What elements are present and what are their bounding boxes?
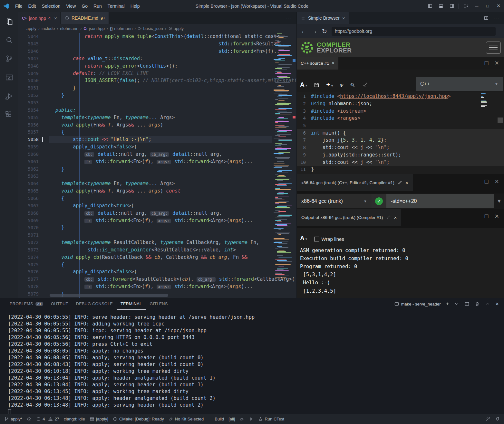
menu-file[interactable]: File	[12, 0, 25, 12]
tab-json.hpp[interactable]: C+json.hpp4×	[18, 12, 61, 24]
close-button[interactable]: ×	[493, 0, 504, 12]
activity-extensions[interactable]	[0, 105, 18, 124]
status-play[interactable]	[247, 414, 256, 424]
close-pane-icon[interactable]: ×	[495, 59, 499, 67]
godbolt-code-line[interactable]: 5	[297, 122, 504, 129]
breadcrumb-item-basic_json[interactable]: basic_json	[138, 26, 163, 31]
forward-icon[interactable]: →	[311, 28, 317, 35]
breadcrumb-item-nlohmann[interactable]: nlohmann	[60, 26, 78, 31]
status-bell[interactable]	[493, 414, 502, 424]
code-line[interactable]: 5055 template<typename Fn, typename... A…	[18, 114, 296, 121]
panel-tab-output[interactable]: OUTPUT	[47, 298, 72, 310]
menu-run[interactable]: Run	[91, 0, 105, 12]
maximize-pane-icon[interactable]: □	[485, 60, 488, 67]
breadcrumb-item-apply[interactable]: apply	[26, 26, 36, 31]
close-icon[interactable]: ×	[332, 61, 334, 66]
code-line[interactable]: 5063	[18, 173, 296, 180]
activity-source-control[interactable]	[0, 49, 18, 68]
terminal-instance[interactable]: make - serve_header	[394, 301, 441, 306]
code-line[interactable]: 5061 f: std::forward<Fn>(f), args: std::…	[18, 158, 296, 165]
code-line[interactable]: 5078 f: std::forward<Fn>(f), args: std::…	[18, 283, 296, 290]
kill-terminal-icon[interactable]	[475, 301, 480, 306]
panel-tab-problems[interactable]: PROBLEMS31	[6, 298, 47, 310]
code-line[interactable]: 5074 void apply_cb(ResultCallback && cb,…	[18, 253, 296, 261]
code-line[interactable]: 5070 }	[18, 224, 296, 231]
code-line[interactable]: 5044 return apply_make_tuple<ConstThis>(…	[18, 33, 296, 40]
close-pane-icon[interactable]: ×	[495, 177, 499, 186]
reload-icon[interactable]: ↻	[322, 28, 327, 35]
code-line[interactable]: 5059 apply_dispatch<false>(	[18, 143, 296, 151]
code-line[interactable]: 5057 {	[18, 128, 296, 136]
split-terminal-icon[interactable]	[464, 301, 470, 306]
maximize-panel-icon[interactable]	[485, 301, 490, 306]
breadcrumb-item-nlohmann[interactable]: {}nlohmann	[110, 26, 132, 31]
breadcrumb-item-apply[interactable]: apply	[168, 26, 184, 31]
layout-sidebar-left-icon[interactable]	[424, 0, 435, 12]
menu-view[interactable]: View	[63, 0, 79, 12]
breadcrumb-item-include[interactable]: include	[42, 26, 55, 31]
zoom-icon[interactable]	[349, 82, 355, 88]
scrollbar-thumb[interactable]	[498, 118, 503, 123]
godbolt-code-line[interactable]: 2using nlohmann::json;	[297, 100, 504, 108]
font-size-button[interactable]: A ▾	[300, 235, 307, 242]
save-icon[interactable]	[314, 82, 320, 88]
panel-tab-debug-console[interactable]: DEBUG CONSOLE	[72, 298, 117, 310]
code-line[interactable]: 5047 case value_t::discarded:	[18, 55, 296, 62]
program-output[interactable]: ASM generation compiler returned: 0Execu…	[297, 244, 504, 298]
mascot-icon[interactable]	[362, 82, 368, 88]
status-4[interactable]: 427	[34, 414, 62, 424]
status-cmake-debug-ready[interactable]: CMake: [Debug]: Ready	[111, 414, 166, 424]
panel-tab-gitlens[interactable]: GITLENS	[146, 298, 171, 310]
status-run-ctest[interactable]: Run CTest	[256, 414, 286, 424]
code-line[interactable]: 5046 std::forward<Fn>(f)..	[18, 48, 296, 55]
godbolt-source-editor[interactable]: 1#include <https://localhost:8443/apply/…	[297, 92, 504, 174]
wrap-lines-toggle[interactable]: Wrap lines	[314, 236, 344, 242]
minimize-button[interactable]: ─	[471, 0, 482, 12]
vim-mode-icon[interactable]: v	[339, 81, 343, 88]
code-line[interactable]: 5075 {	[18, 261, 296, 268]
close-icon[interactable]: ×	[54, 15, 57, 21]
maximize-pane-icon[interactable]: □	[485, 213, 488, 220]
customize-layout-icon[interactable]	[460, 0, 471, 12]
close-icon[interactable]: ×	[342, 15, 345, 21]
maximize-pane-icon[interactable]: □	[485, 178, 488, 185]
add-pane-button[interactable]: + ▾	[326, 81, 333, 89]
menu-help[interactable]: Help	[128, 0, 143, 12]
code-line[interactable]: 5076 apply_dispatch<false>(	[18, 268, 296, 276]
terminal-output[interactable]: [2022-04-30 06:05:55] INFO: serve_header…	[0, 310, 504, 414]
breadcrumb-item-json.hpp[interactable]: C+json.hpp	[83, 26, 105, 31]
close-pane-icon[interactable]: ×	[495, 212, 499, 221]
code-line[interactable]: 5058 std::cout << "Hello :-)\n";	[18, 136, 296, 143]
close-panel-icon[interactable]: ×	[495, 301, 499, 307]
compiler-select[interactable]: x86-64 gcc (trunk) ▼	[297, 194, 372, 208]
code-line[interactable]: 5050 JSON_ASSERT(false); // NOLINT(cert-…	[18, 77, 296, 84]
activity-explorer[interactable]	[0, 12, 18, 31]
terminal-dropdown-icon[interactable]	[454, 301, 459, 306]
code-line[interactable]: 5048 return apply_error<ConstThis>();	[18, 62, 296, 70]
code-line[interactable]: 5072 template<typename ResultCallback, t…	[18, 239, 296, 246]
menu-selection[interactable]: Selection	[39, 0, 63, 12]
activity-run-debug[interactable]	[0, 87, 18, 105]
back-icon[interactable]: ←	[301, 28, 307, 35]
menu-edit[interactable]: Edit	[25, 0, 39, 12]
code-editor[interactable]: 5044 return apply_make_tuple<ConstThis>(…	[18, 33, 296, 298]
code-line[interactable]: 5060 cb: detail::null_arg, cb_arg: detai…	[18, 151, 296, 158]
godbolt-code-line[interactable]: 8 std::cout << j << "\n";	[297, 144, 504, 151]
panel-tab-terminal[interactable]: TERMINAL	[117, 298, 146, 310]
maximize-button[interactable]: □	[482, 0, 493, 12]
code-line[interactable]: 5066 {	[18, 195, 296, 202]
code-line[interactable]: 5062 }	[18, 165, 296, 173]
menu-go[interactable]: Go	[79, 0, 91, 12]
compiler-flags-input[interactable]: -std=c++20	[386, 194, 494, 208]
code-line[interactable]: 5067 apply_dispatch<true>(	[18, 202, 296, 209]
code-line[interactable]: 5052 }	[18, 92, 296, 99]
language-select[interactable]: C++ ▼	[416, 77, 503, 91]
code-line[interactable]: 5049 default: // LCOV_EXCL_LINE	[18, 70, 296, 77]
menu-terminal[interactable]: Terminal	[105, 0, 128, 12]
tab-readme.md[interactable]: README.md9+	[61, 12, 109, 24]
output-pane-title[interactable]: Output of x86-64 gcc (trunk) (Compiler #…	[297, 209, 401, 226]
code-line[interactable]: 5069 f: std::forward<Fn>(f), args: std::…	[18, 217, 296, 224]
godbolt-code-line[interactable]: 6int main() {	[297, 129, 504, 137]
flags-dropdown-icon[interactable]: ▼	[494, 198, 504, 204]
code-line[interactable]: 5064 template<typename Fn, typename... A…	[18, 180, 296, 187]
